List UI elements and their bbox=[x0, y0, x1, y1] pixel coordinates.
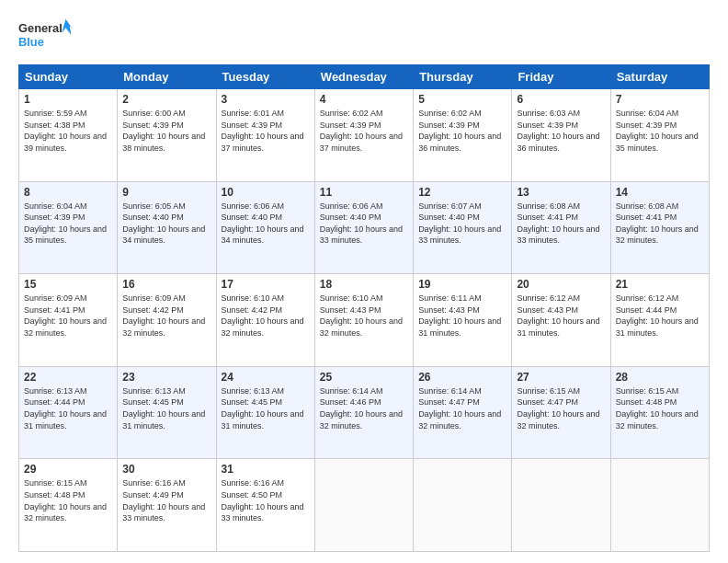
day-info: Sunrise: 6:07 AMSunset: 4:40 PMDaylight:… bbox=[418, 201, 501, 246]
day-number: 29 bbox=[24, 463, 112, 476]
calendar-cell: 7 Sunrise: 6:04 AMSunset: 4:39 PMDayligh… bbox=[610, 89, 709, 182]
calendar-cell: 6 Sunrise: 6:03 AMSunset: 4:39 PMDayligh… bbox=[512, 89, 610, 182]
calendar-header-sunday: Sunday bbox=[19, 65, 118, 89]
calendar-cell bbox=[610, 459, 709, 552]
day-number: 18 bbox=[320, 278, 408, 291]
day-number: 16 bbox=[122, 278, 210, 291]
calendar-header-thursday: Thursday bbox=[414, 65, 512, 89]
day-number: 27 bbox=[517, 371, 605, 384]
day-info: Sunrise: 6:10 AMSunset: 4:42 PMDaylight:… bbox=[222, 293, 304, 338]
calendar-cell: 28 Sunrise: 6:15 AMSunset: 4:48 PMDaylig… bbox=[610, 366, 709, 459]
calendar-week-row: 8 Sunrise: 6:04 AMSunset: 4:39 PMDayligh… bbox=[19, 181, 710, 274]
logo: General Blue bbox=[18, 15, 74, 55]
day-info: Sunrise: 6:15 AMSunset: 4:47 PMDaylight:… bbox=[517, 386, 599, 431]
day-number: 3 bbox=[222, 93, 310, 106]
calendar-cell: 18 Sunrise: 6:10 AMSunset: 4:43 PMDaylig… bbox=[314, 274, 413, 367]
day-info: Sunrise: 6:01 AMSunset: 4:39 PMDaylight:… bbox=[222, 109, 304, 153]
calendar-header-wednesday: Wednesday bbox=[314, 65, 413, 89]
day-info: Sunrise: 6:04 AMSunset: 4:39 PMDaylight:… bbox=[24, 201, 107, 246]
day-info: Sunrise: 6:11 AMSunset: 4:43 PMDaylight:… bbox=[418, 293, 501, 338]
day-number: 25 bbox=[320, 371, 408, 384]
calendar-cell: 30 Sunrise: 6:16 AMSunset: 4:49 PMDaylig… bbox=[118, 459, 216, 552]
calendar-cell: 2 Sunrise: 6:00 AMSunset: 4:39 PMDayligh… bbox=[118, 89, 216, 182]
calendar-cell: 14 Sunrise: 6:08 AMSunset: 4:41 PMDaylig… bbox=[610, 181, 709, 274]
day-info: Sunrise: 6:16 AMSunset: 4:50 PMDaylight:… bbox=[222, 478, 304, 523]
svg-text:General: General bbox=[18, 21, 63, 35]
calendar-cell: 9 Sunrise: 6:05 AMSunset: 4:40 PMDayligh… bbox=[118, 181, 216, 274]
day-info: Sunrise: 6:15 AMSunset: 4:48 PMDaylight:… bbox=[616, 386, 699, 431]
day-info: Sunrise: 6:09 AMSunset: 4:41 PMDaylight:… bbox=[24, 293, 107, 338]
day-number: 20 bbox=[517, 278, 605, 291]
day-info: Sunrise: 6:13 AMSunset: 4:45 PMDaylight:… bbox=[222, 386, 304, 431]
day-number: 31 bbox=[222, 463, 310, 476]
svg-text:Blue: Blue bbox=[18, 35, 44, 49]
calendar-header-monday: Monday bbox=[118, 65, 216, 89]
day-info: Sunrise: 6:16 AMSunset: 4:49 PMDaylight:… bbox=[122, 478, 205, 523]
calendar-cell: 1 Sunrise: 5:59 AMSunset: 4:38 PMDayligh… bbox=[19, 89, 118, 182]
calendar-cell bbox=[512, 459, 610, 552]
calendar-cell: 23 Sunrise: 6:13 AMSunset: 4:45 PMDaylig… bbox=[118, 366, 216, 459]
calendar-cell: 26 Sunrise: 6:14 AMSunset: 4:47 PMDaylig… bbox=[414, 366, 512, 459]
day-info: Sunrise: 6:02 AMSunset: 4:39 PMDaylight:… bbox=[320, 109, 403, 153]
day-info: Sunrise: 6:15 AMSunset: 4:48 PMDaylight:… bbox=[24, 478, 107, 523]
calendar-table: SundayMondayTuesdayWednesdayThursdayFrid… bbox=[18, 64, 710, 552]
calendar-week-row: 1 Sunrise: 5:59 AMSunset: 4:38 PMDayligh… bbox=[19, 89, 710, 182]
day-info: Sunrise: 6:09 AMSunset: 4:42 PMDaylight:… bbox=[122, 293, 205, 338]
calendar-cell bbox=[314, 459, 413, 552]
calendar-header-row: SundayMondayTuesdayWednesdayThursdayFrid… bbox=[19, 65, 710, 89]
day-number: 23 bbox=[122, 371, 210, 384]
calendar-cell: 12 Sunrise: 6:07 AMSunset: 4:40 PMDaylig… bbox=[414, 181, 512, 274]
day-number: 15 bbox=[24, 278, 112, 291]
calendar-cell: 5 Sunrise: 6:02 AMSunset: 4:39 PMDayligh… bbox=[414, 89, 512, 182]
day-number: 21 bbox=[616, 278, 704, 291]
calendar-cell: 3 Sunrise: 6:01 AMSunset: 4:39 PMDayligh… bbox=[216, 89, 314, 182]
calendar-cell: 24 Sunrise: 6:13 AMSunset: 4:45 PMDaylig… bbox=[216, 366, 314, 459]
day-number: 5 bbox=[418, 93, 506, 106]
day-number: 22 bbox=[24, 371, 112, 384]
day-number: 17 bbox=[222, 278, 310, 291]
day-info: Sunrise: 5:59 AMSunset: 4:38 PMDaylight:… bbox=[24, 109, 107, 153]
day-info: Sunrise: 6:04 AMSunset: 4:39 PMDaylight:… bbox=[616, 109, 699, 153]
calendar-cell: 19 Sunrise: 6:11 AMSunset: 4:43 PMDaylig… bbox=[414, 274, 512, 367]
day-info: Sunrise: 6:03 AMSunset: 4:39 PMDaylight:… bbox=[517, 109, 599, 153]
day-info: Sunrise: 6:14 AMSunset: 4:46 PMDaylight:… bbox=[320, 386, 403, 431]
day-number: 7 bbox=[616, 93, 704, 106]
calendar-cell: 15 Sunrise: 6:09 AMSunset: 4:41 PMDaylig… bbox=[19, 274, 118, 367]
calendar-cell: 25 Sunrise: 6:14 AMSunset: 4:46 PMDaylig… bbox=[314, 366, 413, 459]
calendar-cell: 13 Sunrise: 6:08 AMSunset: 4:41 PMDaylig… bbox=[512, 181, 610, 274]
day-number: 9 bbox=[122, 186, 210, 199]
day-info: Sunrise: 6:08 AMSunset: 4:41 PMDaylight:… bbox=[517, 201, 599, 246]
day-number: 1 bbox=[24, 93, 112, 106]
calendar-cell: 10 Sunrise: 6:06 AMSunset: 4:40 PMDaylig… bbox=[216, 181, 314, 274]
calendar-header-friday: Friday bbox=[512, 65, 610, 89]
day-info: Sunrise: 6:00 AMSunset: 4:39 PMDaylight:… bbox=[122, 109, 205, 153]
calendar-week-row: 15 Sunrise: 6:09 AMSunset: 4:41 PMDaylig… bbox=[19, 274, 710, 367]
day-info: Sunrise: 6:14 AMSunset: 4:47 PMDaylight:… bbox=[418, 386, 501, 431]
day-number: 13 bbox=[517, 186, 605, 199]
calendar-cell: 27 Sunrise: 6:15 AMSunset: 4:47 PMDaylig… bbox=[512, 366, 610, 459]
svg-marker-2 bbox=[62, 19, 74, 35]
day-number: 11 bbox=[320, 186, 408, 199]
calendar-week-row: 22 Sunrise: 6:13 AMSunset: 4:44 PMDaylig… bbox=[19, 366, 710, 459]
calendar-cell: 20 Sunrise: 6:12 AMSunset: 4:43 PMDaylig… bbox=[512, 274, 610, 367]
calendar-header-tuesday: Tuesday bbox=[216, 65, 314, 89]
day-number: 28 bbox=[616, 371, 704, 384]
calendar-cell: 11 Sunrise: 6:06 AMSunset: 4:40 PMDaylig… bbox=[314, 181, 413, 274]
day-number: 12 bbox=[418, 186, 506, 199]
logo-svg: General Blue bbox=[18, 15, 74, 55]
day-info: Sunrise: 6:02 AMSunset: 4:39 PMDaylight:… bbox=[418, 109, 501, 153]
day-info: Sunrise: 6:13 AMSunset: 4:45 PMDaylight:… bbox=[122, 386, 205, 431]
day-info: Sunrise: 6:08 AMSunset: 4:41 PMDaylight:… bbox=[616, 201, 699, 246]
calendar-cell: 16 Sunrise: 6:09 AMSunset: 4:42 PMDaylig… bbox=[118, 274, 216, 367]
day-number: 26 bbox=[418, 371, 506, 384]
calendar-body: 1 Sunrise: 5:59 AMSunset: 4:38 PMDayligh… bbox=[19, 89, 710, 552]
day-number: 6 bbox=[517, 93, 605, 106]
day-info: Sunrise: 6:10 AMSunset: 4:43 PMDaylight:… bbox=[320, 293, 403, 338]
day-info: Sunrise: 6:13 AMSunset: 4:44 PMDaylight:… bbox=[24, 386, 107, 431]
calendar-cell bbox=[414, 459, 512, 552]
day-info: Sunrise: 6:12 AMSunset: 4:43 PMDaylight:… bbox=[517, 293, 599, 338]
day-number: 10 bbox=[222, 186, 310, 199]
calendar-cell: 29 Sunrise: 6:15 AMSunset: 4:48 PMDaylig… bbox=[19, 459, 118, 552]
day-number: 8 bbox=[24, 186, 112, 199]
day-number: 19 bbox=[418, 278, 506, 291]
